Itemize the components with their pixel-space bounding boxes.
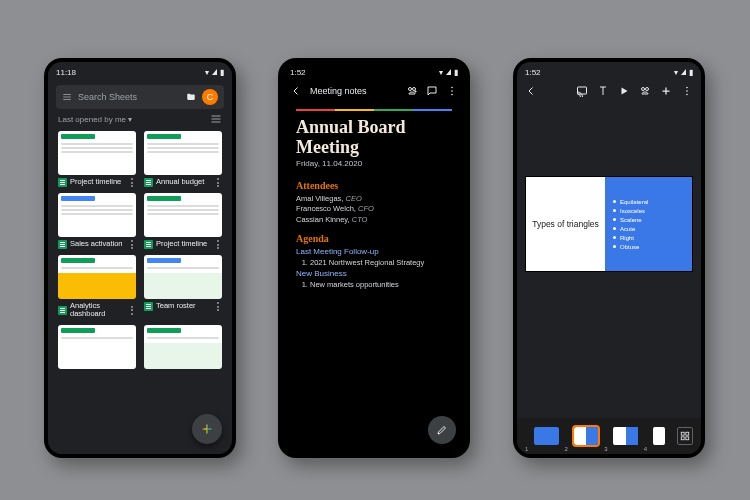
edit-fab[interactable] xyxy=(428,416,456,444)
plus-icon xyxy=(200,422,214,436)
agenda-subheading: Last Meeting Follow-up xyxy=(296,247,452,256)
app-bar: Meeting notes xyxy=(282,79,466,101)
status-time: 1:52 xyxy=(290,68,306,77)
section-heading: Attendees xyxy=(296,180,452,191)
svg-rect-14 xyxy=(686,437,689,440)
share-icon[interactable] xyxy=(639,85,651,97)
more-icon[interactable] xyxy=(128,240,136,249)
agenda-list: 2021 Northwest Regional Strategy xyxy=(310,258,452,267)
sheets-icon xyxy=(144,240,153,249)
doc-thumbnail xyxy=(144,193,222,237)
doc-item[interactable] xyxy=(144,325,222,369)
doc-item[interactable] xyxy=(58,325,136,369)
sheets-icon xyxy=(144,178,153,187)
current-slide[interactable]: Types of triangles Equilateral Isosceles… xyxy=(526,177,692,271)
status-bar: 1:52 ▾▮ xyxy=(282,62,466,79)
grid-view-button[interactable] xyxy=(677,427,693,445)
folder-icon[interactable] xyxy=(186,92,196,102)
filmstrip: 1 2 3 4 xyxy=(517,418,701,454)
sheets-icon xyxy=(58,240,67,249)
chevron-down-icon: ▾ xyxy=(128,115,132,124)
doc-item[interactable]: Project timeline xyxy=(144,193,222,249)
battery-icon: ▮ xyxy=(220,68,224,77)
doc-item[interactable]: Project timeline xyxy=(58,131,136,187)
filmstrip-slide[interactable] xyxy=(613,427,637,445)
filmstrip-slide[interactable] xyxy=(653,427,665,445)
doc-thumbnail xyxy=(58,255,136,299)
doc-thumbnail xyxy=(58,193,136,237)
wifi-icon: ▾ xyxy=(205,68,209,77)
more-icon[interactable] xyxy=(681,85,693,97)
list-view-icon[interactable] xyxy=(210,113,222,125)
agenda-list: New markets opportunities xyxy=(310,280,452,289)
grid-icon xyxy=(680,431,690,441)
doc-thumbnail xyxy=(58,131,136,175)
doc-item[interactable]: Team roster xyxy=(144,255,222,319)
section-heading: Agenda xyxy=(296,233,452,244)
doc-item[interactable]: Annual budget xyxy=(144,131,222,187)
agenda-item: New markets opportunities xyxy=(310,280,452,289)
slide-number: 3 xyxy=(604,446,607,452)
slide-number: 4 xyxy=(644,446,647,452)
slide-canvas[interactable]: Types of triangles Equilateral Isosceles… xyxy=(523,109,695,339)
present-icon[interactable] xyxy=(618,85,630,97)
status-bar: 1:52 ▾▮ xyxy=(517,62,701,79)
more-icon[interactable] xyxy=(214,178,222,187)
attendee: Amal Villegas, CEO xyxy=(296,194,452,204)
doc-title: Annual Board Meeting xyxy=(296,117,452,157)
hamburger-icon[interactable] xyxy=(62,92,72,102)
more-icon[interactable] xyxy=(128,306,136,315)
share-icon[interactable] xyxy=(406,85,418,97)
sheets-icon xyxy=(58,178,67,187)
slide-number: 1 xyxy=(525,446,528,452)
doc-thumbnail xyxy=(144,325,222,369)
phone-slides: 1:52 ▾▮ Types of triangles Equilateral I… xyxy=(513,58,705,458)
svg-point-10 xyxy=(686,94,688,96)
comment-icon[interactable] xyxy=(426,85,438,97)
back-icon[interactable] xyxy=(525,85,537,97)
text-icon[interactable] xyxy=(597,85,609,97)
svg-rect-13 xyxy=(681,437,684,440)
add-icon[interactable] xyxy=(660,85,672,97)
cast-icon[interactable] xyxy=(576,85,588,97)
more-icon[interactable] xyxy=(214,240,222,249)
status-bar: 11:18 ▾ ▮ xyxy=(48,62,232,79)
svg-rect-12 xyxy=(686,432,689,435)
pencil-icon xyxy=(436,424,448,436)
avatar[interactable]: C xyxy=(202,89,218,105)
document-body[interactable]: Annual Board Meeting Friday, 11.04.2020 … xyxy=(282,101,466,289)
attendee: Francesco Welch, CFO xyxy=(296,204,452,214)
document-name[interactable]: Meeting notes xyxy=(310,86,398,96)
doc-thumbnail xyxy=(144,255,222,299)
bullet-item: Isosceles xyxy=(613,208,692,214)
doc-item[interactable]: Analytics dashboard xyxy=(58,255,136,319)
filmstrip-slide[interactable] xyxy=(574,427,598,445)
search-input[interactable]: Search Sheets xyxy=(78,92,180,102)
agenda-subheading: New Business xyxy=(296,269,452,278)
battery-icon: ▮ xyxy=(454,68,458,77)
svg-point-9 xyxy=(686,90,688,92)
more-icon[interactable] xyxy=(128,178,136,187)
signal-icon xyxy=(681,69,686,75)
slides-toolbar xyxy=(517,79,701,103)
filmstrip-slide[interactable] xyxy=(534,427,558,445)
bullet-item: Scalene xyxy=(613,217,692,223)
doc-item[interactable]: Sales activation xyxy=(58,193,136,249)
battery-icon: ▮ xyxy=(689,68,693,77)
back-icon[interactable] xyxy=(290,85,302,97)
search-bar[interactable]: Search Sheets C xyxy=(56,85,224,109)
svg-point-4 xyxy=(451,94,453,96)
phone-docs: 1:52 ▾▮ Meeting notes Annual Board Meeti… xyxy=(278,58,470,458)
new-document-fab[interactable] xyxy=(192,414,222,444)
slide-title: Types of triangles xyxy=(526,177,605,271)
accent-bar xyxy=(296,109,452,111)
more-icon[interactable] xyxy=(214,302,222,311)
more-icon[interactable] xyxy=(446,85,458,97)
attendee: Cassian Kinney, CTO xyxy=(296,215,452,225)
svg-point-3 xyxy=(451,90,453,92)
bullet-item: Acute xyxy=(613,226,692,232)
sort-dropdown[interactable]: Last opened by me ▾ xyxy=(58,115,132,124)
svg-point-6 xyxy=(642,88,645,91)
sheets-icon xyxy=(144,302,153,311)
wifi-icon: ▾ xyxy=(439,68,443,77)
